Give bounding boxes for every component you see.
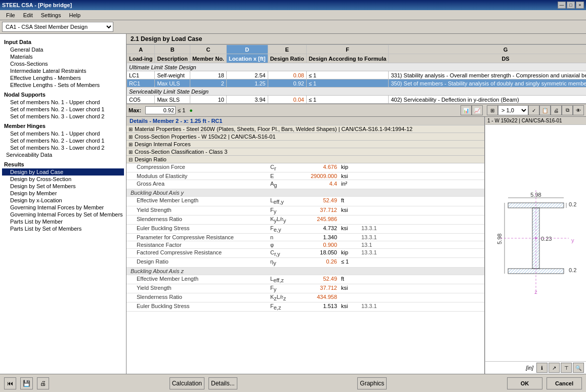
group-sls: Serviceability Limit State Design [127,88,587,96]
expand-cs-icon: ⊞ [129,134,133,140]
tree-cross-sections[interactable]: Cross-Sections [2,60,124,67]
maximize-button[interactable]: □ [567,2,575,9]
export-btn[interactable]: 📋 [539,105,551,115]
label-axis-y: Buckling About Axis y [127,189,268,196]
tree-parts-by-set[interactable]: Parts List by Set of Members [2,225,124,232]
cs-info-btn[interactable]: ℹ [536,363,548,373]
sym-eff-length-y: Leff,y [268,197,299,205]
sym-euler-y: Fe,y [268,225,299,233]
details-section-classification[interactable]: ⊞ Cross-Section Classification - Class 3 [127,148,484,156]
cs-zoom-btn[interactable]: 🔍 [573,363,584,373]
menu-file[interactable]: File [2,11,19,19]
window-controls: — □ × [558,2,584,9]
table-row[interactable]: RC1 Max ULS 2 1.25 0.92 ≤ 1 350) Set of … [127,79,587,88]
max-row: Max: 0.92 ≤ 1 ● 📊 📈 ⊞ > 1,0 ✓ 📋 🖨 ⧉ [127,104,586,117]
unit-slenderness-y [339,215,359,224]
cs-view-btn[interactable]: ⊤ [561,363,572,373]
grid-btn[interactable]: ⊞ [487,105,498,115]
max-value: 0.92 [145,106,176,114]
filter-select[interactable]: > 1,0 [498,105,528,115]
cs-export-btn[interactable]: ↗ [549,363,560,373]
tree-design-by-set-of-members[interactable]: Design by Set of Members [2,183,124,190]
tree-materials[interactable]: Materials [2,53,124,60]
label-param-n: Parameter for Compressive Resistance [127,234,268,241]
group-uls: Ultimate Limit State Design [127,63,587,71]
menu-help[interactable]: Help [65,11,85,19]
tree-design-by-cross-section[interactable]: Design by Cross-Section [2,176,124,183]
tree-hinge-set1[interactable]: Set of members No. 1 - Upper chord [2,130,124,137]
tree-eff-lengths-members[interactable]: Effective Lengths - Members [2,74,124,81]
ref-euler-z: 13.3.1 [359,302,379,311]
input-data-section: Input Data General Data Materials Cross-… [2,38,124,89]
menu-settings[interactable]: Settings [37,11,65,19]
copy-btn[interactable]: ⧉ [562,105,573,115]
col-header-e: E [268,45,306,54]
tree-parts-by-member[interactable]: Parts List by Member [2,218,124,225]
cross-section-panel: 1 - W 150x22 | CAN/CSA-S16-01 [485,117,586,374]
val-eff-length-z: 52.49 [299,275,339,284]
minimize-button[interactable]: — [558,2,566,9]
table-row[interactable]: CO5 Max SLS 10 3.94 0.04 ≤ 1 402) Servic… [127,96,587,104]
details-section-cs-props[interactable]: ⊞ Cross-Section Properties - W 150x22 | … [127,133,484,141]
details-row-design-ratio-y: Design Ratio ηy 0.26 ≤ 1 [127,258,484,267]
tree-governing-by-set[interactable]: Governing Internal Forces by Set of Memb… [2,211,124,218]
nav-print-btn[interactable]: 🖨 [37,377,49,389]
col-subheader-ds: DS [389,54,586,63]
tree-governing-by-member[interactable]: Governing Internal Forces by Member [2,204,124,211]
details-button[interactable]: Details... [208,377,237,389]
print-btn[interactable]: 🖨 [551,105,562,115]
details-section-ratio[interactable]: ⊟ Design Ratio [127,156,484,163]
details-row-yield-z: Yield Strength Fy 37.712 ksi [127,284,484,293]
tree-hinge-set2[interactable]: Set of members No. 2 - Lower chord 1 [2,137,124,144]
expand-material-icon: ⊞ [129,126,133,132]
tree-intermediate-lateral[interactable]: Intermediate Lateral Restraints [2,67,124,74]
col-subheader-member: Member No. [190,54,226,63]
menu-edit[interactable]: Edit [19,11,37,19]
svg-text:5.98: 5.98 [496,233,503,244]
label-factored-cr: Factored Compressive Resistance [127,249,268,257]
nav-save-btn[interactable]: 💾 [20,377,33,389]
col-header-g: G [389,45,586,54]
svg-text:y: y [571,237,574,243]
cell-lc1-location: 2.54 [226,71,268,79]
close-button[interactable]: × [576,2,584,9]
cs-unit-label: [in] [524,364,535,371]
details-section-material[interactable]: ⊞ Material Properties - Steel 260W (Plat… [127,125,484,133]
tree-nodal-set1[interactable]: Set of members No. 1 - Upper chord [2,99,124,106]
nav-prev-btn[interactable]: ⏮ [4,377,16,389]
chart-btn[interactable]: 📊 [461,105,472,115]
tree-design-by-load-case[interactable]: Design by Load Case [2,168,124,176]
tree-serviceability[interactable]: Serviceability Data [2,151,124,158]
details-section-forces[interactable]: ⊞ Design Internal Forces [127,141,484,148]
val-euler-z: 1.513 [299,302,339,311]
tree-hinge-set3[interactable]: Set of members No. 3 - Lower chord 2 [2,144,124,151]
content-area: Input Data General Data Materials Cross-… [0,34,586,374]
sym-gross-area: Ag [268,180,299,189]
sym-euler-z: Fe,z [268,302,299,311]
tree-nodal-set3[interactable]: Set of members No. 3 - Lower chord 2 [2,113,124,120]
tree-general-data[interactable]: General Data [2,46,124,53]
tree-nodal-set2[interactable]: Set of members No. 2 - Lower chord 1 [2,106,124,113]
ref-eff-length-z [359,275,363,284]
filter-btn[interactable]: ✓ [528,105,539,115]
cs-header: 1 - W 150x22 | CAN/CSA-S16-01 [485,117,586,125]
ref-param-n: 13.3.1 [359,234,379,241]
val-slenderness-z: 434.958 [299,293,339,302]
val-resistance-factor: 0.900 [299,241,339,248]
table-row[interactable]: LC1 Self-weight 18 2.54 0.08 ≤ 1 331) St… [127,71,587,79]
ref-gross-area [359,180,363,189]
sym-modulus: E [268,172,299,180]
ok-button[interactable]: OK [507,377,542,389]
calculation-button[interactable]: Calculation [170,377,204,389]
tree-design-by-member[interactable]: Design by Member [2,190,124,197]
col-subheader-ratio: Design Ratio [268,54,306,63]
design-case-select[interactable]: CA1 - CSA Steel Member Design [2,22,113,32]
tree-design-by-x-location[interactable]: Design by x-Location [2,197,124,204]
details-header: Details - Member 2 - x: 1.25 ft - RC1 [127,117,484,125]
cancel-button[interactable]: Cancel [547,377,582,389]
eye-btn[interactable]: 👁 [573,105,584,115]
tree-eff-lengths-sets[interactable]: Effective Lengths - Sets of Members [2,81,124,89]
grid-details-area: A B C D E F G Load-ing Description [127,45,586,374]
view-btn[interactable]: 📈 [472,105,483,115]
graphics-button[interactable]: Graphics [357,377,387,389]
